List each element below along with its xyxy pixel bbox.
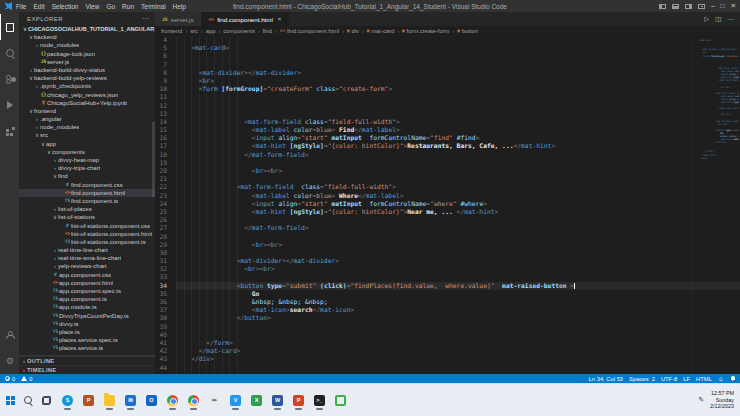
tree-item-package-lock-json[interactable]: {}package-lock.json — [19, 50, 155, 58]
tree-item-node-modules[interactable]: ›node_modules — [19, 123, 155, 131]
code-line-31[interactable]: <mat-divider></mat-divider> — [176, 257, 740, 265]
tree-item-real-time-sma-line-chart[interactable]: ›real-time-sma-line-chart — [19, 254, 155, 262]
code-line-6[interactable] — [176, 52, 740, 60]
tree-item-chicagosocialhub-yelp-ipynb[interactable]: ≣ChicagoSocialHub+Yelp.ipynb — [19, 99, 155, 107]
code-line-44[interactable] — [176, 364, 740, 372]
breadcrumb-item-app[interactable]: app — [206, 28, 216, 34]
windows-ink-pen-icon[interactable]: ✎ — [698, 396, 704, 404]
code-line-9[interactable]: <br> — [176, 77, 740, 85]
taskbar-file-explorer-icon[interactable] — [103, 393, 116, 408]
code-line-10[interactable]: <form [formGroup]="createForm" class="cr… — [176, 85, 740, 93]
tree-item-chicagosocialhub-tutorial-1-angular-14-student[interactable]: ∨CHICAGOSOCIALHUB_TUTORIAL_1_ANGULAR_14_… — [19, 25, 155, 33]
taskbar-terminal-icon[interactable]: >_ — [313, 393, 326, 408]
code-line-4[interactable] — [176, 36, 740, 44]
tree-item-find-component-css[interactable]: #find.component.css — [19, 181, 155, 189]
status-notifications[interactable] — [730, 376, 735, 381]
taskbar-outlook-icon[interactable]: O — [145, 393, 158, 408]
tree-item-components[interactable]: ∨components — [19, 148, 155, 156]
code-line-15[interactable]: <mat-label color=blue> Find</mat-label> — [176, 126, 740, 134]
menu-file[interactable]: File — [16, 3, 26, 10]
taskbar-chrome-icon[interactable] — [166, 393, 179, 408]
code-line-5[interactable]: <mat-card> — [176, 44, 740, 52]
code-line-35[interactable]: Go — [176, 290, 740, 298]
code-line-36[interactable]: &nbsp; &nbsp; &nbsp; — [176, 298, 740, 306]
tree-item-app-module-ts[interactable]: TSapp.module.ts — [19, 303, 155, 311]
taskbar-excel-icon[interactable]: X — [250, 393, 263, 408]
taskbar-anaconda-icon[interactable] — [334, 393, 347, 408]
tree-item-list-of-stations-component-ts[interactable]: TSlist-of-stations.component.ts — [19, 238, 155, 246]
code-line-42[interactable]: </mat-card> — [176, 347, 740, 355]
tree-item-divvy-heat-map[interactable]: ›divvy-heat-map — [19, 156, 155, 164]
tree-item-server-js[interactable]: JSserver.js — [19, 58, 155, 66]
code-line-14[interactable]: <mat-form-field class="field-full-width"… — [176, 118, 740, 126]
tree-item-app-component-ts[interactable]: TSapp.component.ts — [19, 295, 155, 303]
tree-item-yelp-reviews-chart[interactable]: ›yelp-reviews-chart — [19, 262, 155, 270]
code-line-23[interactable]: <mat-label color=blue> Where</mat-label> — [176, 192, 740, 200]
minimize-button[interactable]: – — [711, 3, 715, 10]
close-tab-icon[interactable]: × — [278, 16, 282, 22]
tree-item-find-component-html[interactable]: <>find.component.html — [19, 189, 155, 197]
status-feedback[interactable]: ☺ — [718, 376, 724, 382]
tree-item-list-of-stations[interactable]: ∨list-of-stations — [19, 213, 155, 221]
tree-item-list-of-stations-component-css[interactable]: #list-of-stations.component.css — [19, 222, 155, 230]
section-outline[interactable]: ›OUTLINE — [19, 356, 155, 365]
code-line-19[interactable] — [176, 159, 740, 167]
status-indentation[interactable]: Spaces: 2 — [629, 376, 655, 382]
status-errors[interactable]: 0 — [5, 376, 15, 382]
code-line-20[interactable]: <br><br> — [176, 167, 740, 175]
breadcrumb-item-find[interactable]: find — [263, 28, 272, 34]
breadcrumb-item-src[interactable]: src — [190, 28, 198, 34]
breadcrumb-item-form-create-form[interactable]: ▣form.create-form — [402, 28, 449, 34]
taskbar-chrome-profile-2-icon[interactable] — [187, 393, 200, 408]
explorer-actions-icon[interactable]: ⋯ — [142, 15, 149, 23]
taskbar-mail-icon[interactable]: ✉ — [124, 393, 137, 408]
status-language-mode[interactable]: HTML — [696, 376, 712, 382]
code-line-28[interactable] — [176, 233, 740, 241]
tree-item--ipynb-checkpoints[interactable]: ›.ipynb_checkpoints — [19, 82, 155, 90]
breadcrumb-item-mat-card[interactable]: ▣mat-card — [367, 28, 394, 34]
breadcrumb-item-div[interactable]: ▣div — [347, 28, 359, 34]
code-line-37[interactable]: <mat-icon>search</mat-icon> — [176, 306, 740, 314]
menu-view[interactable]: View — [85, 3, 99, 10]
code-line-32[interactable]: <br><br> — [176, 265, 740, 273]
code-line-30[interactable] — [176, 249, 740, 257]
code-line-40[interactable] — [176, 331, 740, 339]
code-line-17[interactable]: <mat-hint [ngStyle]="{color: hintColor}"… — [176, 142, 740, 150]
activity-search-button[interactable] — [0, 40, 19, 66]
tree-item-app-component-spec-ts[interactable]: TSapp.component.spec.ts — [19, 287, 155, 295]
taskbar-snipping-tool-icon[interactable]: ✂ — [208, 393, 221, 408]
activity-extensions-button[interactable] — [0, 118, 19, 144]
tree-item-frontend[interactable]: ∨frontend — [19, 107, 155, 115]
status-warnings[interactable]: 0 — [21, 376, 32, 382]
activity-source-control-button[interactable] — [0, 66, 19, 92]
taskbar-vscode-icon[interactable]: V — [229, 393, 242, 408]
code-line-43[interactable]: </div> — [176, 355, 740, 363]
code-line-8[interactable]: <mat-divider></mat-divider> — [176, 69, 740, 77]
tree-item--angular[interactable]: ›.angular — [19, 115, 155, 123]
tree-item-places-service-ts[interactable]: TSplaces.service.ts — [19, 344, 155, 352]
menu-run[interactable]: Run — [122, 3, 134, 10]
toggle-panel-icon[interactable] — [672, 4, 679, 9]
tree-item-app-component-css[interactable]: #app.component.css — [19, 271, 155, 279]
maximize-button[interactable]: □ — [721, 3, 725, 10]
activity-settings-button[interactable]: ⚙ — [0, 348, 19, 374]
code-line-33[interactable] — [176, 273, 740, 281]
code-line-24[interactable]: <input align="start" matInput formContro… — [176, 200, 740, 208]
tree-item-backend[interactable]: ∨backend — [19, 33, 155, 41]
tree-item-divvy-ts[interactable]: TSdivvy.ts — [19, 320, 155, 328]
taskbar-skype-icon[interactable]: S — [61, 393, 74, 408]
taskbar-word-icon[interactable]: W — [271, 393, 284, 408]
menu-selection[interactable]: Selection — [52, 3, 79, 10]
tree-item-place-ts[interactable]: TSplace.ts — [19, 328, 155, 336]
code-line-11[interactable] — [176, 93, 740, 101]
code-line-26[interactable] — [176, 216, 740, 224]
tree-item-find-component-ts[interactable]: TSfind.component.ts — [19, 197, 155, 205]
code-content[interactable]: <mat-card> <mat-divider></mat-divider> <… — [171, 36, 740, 374]
run-icon[interactable]: ▷ — [704, 15, 709, 23]
tree-item-list-of-stations-component-html[interactable]: <>list-of-stations.component.html — [19, 230, 155, 238]
code-line-29[interactable]: <br><br> — [176, 241, 740, 249]
more-actions-icon[interactable]: ··· — [728, 16, 735, 23]
tree-item-backend-build-yelp-reviews[interactable]: ∨backend-build-yelp-reviews — [19, 74, 155, 82]
tree-item-list-of-places[interactable]: ›list-of-places — [19, 205, 155, 213]
start-button[interactable] — [6, 396, 15, 405]
